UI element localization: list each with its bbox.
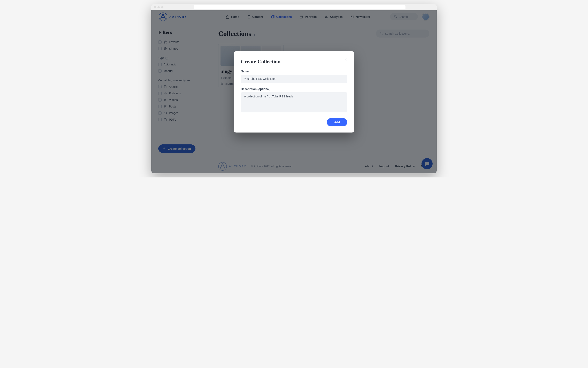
description-input[interactable]	[241, 92, 347, 112]
modal-overlay[interactable]: Create Collection Name Description (opti…	[151, 10, 437, 173]
traffic-close[interactable]	[154, 6, 156, 9]
modal-title: Create Collection	[241, 59, 347, 65]
name-input[interactable]	[241, 75, 347, 83]
browser-chrome	[151, 4, 437, 10]
url-bar[interactable]	[194, 5, 406, 9]
name-label: Name	[241, 70, 347, 73]
modal-actions: Add	[241, 118, 347, 126]
app-container: AUTHORY Home Content Collections Portf	[151, 10, 437, 173]
add-button[interactable]: Add	[327, 118, 347, 126]
create-collection-modal: Create Collection Name Description (opti…	[234, 51, 354, 132]
traffic-minimize[interactable]	[157, 6, 160, 9]
browser-window: AUTHORY Home Content Collections Portf	[151, 4, 437, 173]
modal-close[interactable]	[343, 57, 348, 62]
description-label: Description (optional)	[241, 87, 347, 91]
close-icon	[344, 57, 348, 62]
traffic-maximize[interactable]	[161, 6, 163, 9]
